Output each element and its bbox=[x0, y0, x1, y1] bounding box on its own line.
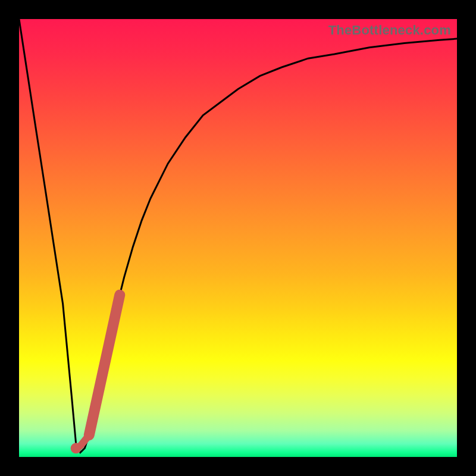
chart-svg bbox=[19, 19, 457, 457]
bottleneck-curve bbox=[19, 19, 457, 453]
chart-frame: TheBottleneck.com bbox=[0, 0, 476, 476]
plot-area: TheBottleneck.com bbox=[19, 19, 457, 457]
highlight-tail bbox=[80, 435, 89, 446]
highlight-segment bbox=[89, 295, 120, 436]
highlight-dot bbox=[71, 443, 82, 453]
